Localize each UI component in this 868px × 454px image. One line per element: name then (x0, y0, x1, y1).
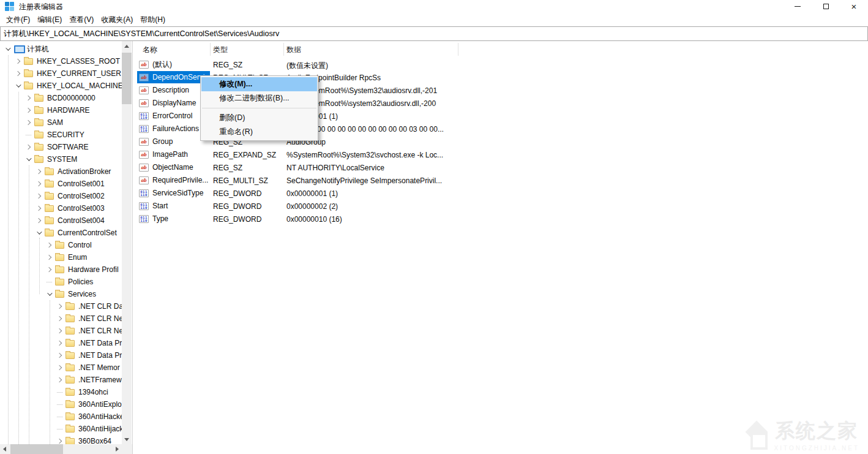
value-name-cell[interactable]: 011 110ServiceSidType (137, 187, 210, 199)
tree-item[interactable]: 1394ohci (0, 386, 122, 398)
menubar-item[interactable]: 收藏夹(A) (97, 15, 137, 25)
chevron-right-icon[interactable] (57, 341, 62, 346)
value-name-cell[interactable]: abObjectName (137, 161, 210, 173)
chevron-down-icon[interactable] (37, 229, 42, 234)
value-row[interactable]: 011 110TypeREG_DWORD0x00000010 (16) (136, 213, 809, 225)
chevron-down-icon[interactable] (16, 82, 21, 87)
column-separator[interactable] (283, 43, 284, 56)
chevron-right-icon[interactable] (47, 255, 51, 260)
tree-item[interactable]: ControlSet004 (0, 214, 122, 227)
column-header-name[interactable]: 名称 (143, 45, 157, 55)
value-name-cell[interactable]: 011 110ErrorControl (137, 110, 210, 122)
tree-item[interactable]: .NET CLR Ne (0, 325, 122, 337)
chevron-right-icon[interactable] (57, 377, 62, 382)
address-bar[interactable]: 计算机\HKEY_LOCAL_MACHINE\SYSTEM\CurrentCon… (0, 26, 868, 41)
value-row[interactable]: abImagePathREG_EXPAND_SZ%SystemRoot%\Sys… (136, 148, 809, 161)
chevron-right-icon[interactable] (15, 59, 20, 64)
tree-vertical-scrollbar-thumb[interactable] (122, 53, 132, 104)
menubar-item[interactable]: 文件(F) (2, 15, 34, 25)
tree-item[interactable]: SOFTWARE (0, 141, 122, 153)
value-row[interactable]: ab(默认)REG_SZ(数值未设置) (136, 58, 809, 71)
value-name-cell[interactable]: abGroup (137, 135, 210, 148)
tree-item[interactable]: ControlSet003 (0, 202, 122, 214)
menubar-item[interactable]: 帮助(H) (137, 15, 169, 25)
menubar-item[interactable]: 编辑(E) (34, 15, 65, 25)
tree-item[interactable]: .NETFramewo (0, 374, 122, 386)
chevron-right-icon[interactable] (57, 316, 62, 321)
value-name-cell[interactable]: 011 110Start (137, 200, 210, 212)
value-name-cell[interactable]: abDependOnService (137, 71, 210, 83)
tree-item[interactable]: HKEY_CURRENT_USER (0, 67, 122, 80)
scroll-down-arrow-icon[interactable] (122, 434, 132, 444)
tree-horizontal-scrollbar[interactable] (0, 444, 122, 454)
chevron-right-icon[interactable] (57, 365, 62, 370)
chevron-down-icon[interactable] (47, 290, 52, 295)
value-name-cell[interactable]: abRequiredPrivile... (137, 174, 210, 186)
chevron-right-icon[interactable] (26, 145, 31, 149)
chevron-right-icon[interactable] (57, 304, 62, 309)
context-menu-item[interactable]: 删除(D) (201, 111, 317, 125)
tree-item[interactable]: 360AntiHacke (0, 410, 122, 423)
tree-item[interactable]: ControlSet002 (0, 190, 122, 202)
chevron-right-icon[interactable] (36, 206, 41, 211)
tree-item[interactable]: HKEY_CLASSES_ROOT (0, 55, 122, 67)
tree-item[interactable]: Policies (0, 276, 122, 288)
tree-item[interactable]: .NET CLR Dat (0, 300, 122, 312)
value-name-cell[interactable]: ab(默认) (137, 58, 210, 70)
tree-item[interactable]: Hardware Profil (0, 263, 122, 276)
value-name-cell[interactable]: 011 110FailureActions (137, 123, 210, 135)
chevron-right-icon[interactable] (36, 194, 41, 199)
context-menu-item[interactable]: 修改(M)... (201, 77, 317, 91)
tree-item[interactable]: Enum (0, 251, 122, 263)
tree-item[interactable]: 360AntiExplo (0, 398, 122, 410)
tree-item[interactable]: HKEY_LOCAL_MACHINE (0, 80, 122, 92)
chevron-right-icon[interactable] (57, 439, 62, 444)
chevron-down-icon[interactable] (26, 156, 31, 161)
tree-item[interactable]: SYSTEM (0, 153, 122, 165)
tree-item[interactable]: ControlSet001 (0, 178, 122, 190)
chevron-right-icon[interactable] (57, 353, 62, 358)
column-separator[interactable] (210, 43, 211, 56)
chevron-right-icon[interactable] (36, 169, 41, 174)
value-row[interactable]: 011 110ServiceSidTypeREG_DWORD0x00000001… (136, 187, 809, 200)
value-row[interactable]: abObjectNameREG_SZNT AUTHORITY\LocalServ… (136, 161, 809, 174)
chevron-down-icon[interactable] (6, 45, 10, 50)
tree-item[interactable]: Services (0, 288, 122, 300)
chevron-right-icon[interactable] (36, 181, 41, 186)
value-name-cell[interactable]: abDisplayName (137, 97, 210, 109)
maximize-button[interactable] (812, 0, 840, 13)
tree-item[interactable]: 360Box64 (0, 435, 122, 444)
value-name-cell[interactable]: 011 110Type (137, 213, 210, 225)
value-name-cell[interactable]: abDescription (137, 84, 210, 96)
tree-item[interactable]: .NET Memor (0, 361, 122, 374)
column-header-type[interactable]: 类型 (213, 45, 228, 55)
chevron-right-icon[interactable] (36, 218, 41, 223)
tree-item[interactable]: .NET Data Pr (0, 337, 122, 349)
context-menu-item[interactable]: 重命名(R) (201, 125, 317, 139)
minimize-button[interactable] (784, 0, 812, 13)
context-menu-item[interactable]: 修改二进制数据(B)... (201, 91, 317, 105)
chevron-right-icon[interactable] (57, 328, 62, 333)
tree-item[interactable]: HARDWARE (0, 104, 122, 116)
tree-item[interactable]: CurrentControlSet (0, 227, 122, 239)
chevron-right-icon[interactable] (26, 108, 31, 113)
tree-item[interactable]: BCD00000000 (0, 92, 122, 104)
scroll-up-arrow-icon[interactable] (122, 41, 132, 51)
chevron-right-icon[interactable] (47, 243, 51, 248)
tree-item[interactable]: Control (0, 239, 122, 251)
panel-splitter[interactable] (132, 41, 133, 454)
menubar-item[interactable]: 查看(V) (65, 15, 97, 25)
chevron-right-icon[interactable] (26, 120, 31, 125)
tree-item[interactable]: .NET CLR Ne (0, 312, 122, 325)
value-row[interactable]: 011 110StartREG_DWORD0x00000002 (2) (136, 200, 809, 213)
close-button[interactable]: × (840, 0, 868, 13)
tree-horizontal-scrollbar-thumb[interactable] (10, 444, 63, 454)
value-name-cell[interactable]: abImagePath (137, 148, 210, 161)
tree-item[interactable]: .NET Data Pr (0, 349, 122, 361)
chevron-right-icon[interactable] (47, 267, 51, 272)
chevron-right-icon[interactable] (26, 96, 31, 100)
column-separator[interactable] (458, 43, 458, 56)
value-row[interactable]: abRequiredPrivile...REG_MULTI_SZSeChange… (136, 174, 809, 187)
tree-item[interactable]: SAM (0, 116, 122, 129)
chevron-right-icon[interactable] (15, 71, 20, 76)
